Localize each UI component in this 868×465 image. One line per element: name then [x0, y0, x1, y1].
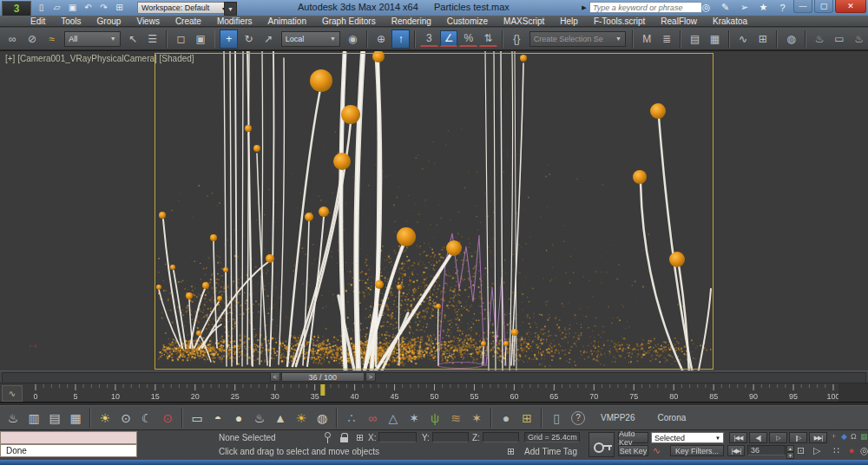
menu-realflow[interactable]: RealFlow — [653, 16, 705, 26]
disc-light-icon[interactable]: ◍ — [312, 409, 332, 428]
open-file-icon[interactable]: ▱ — [50, 1, 63, 14]
time-configuration-icon[interactable]: ⊡ — [797, 445, 805, 456]
next-frame-button[interactable]: > — [365, 372, 376, 382]
help-menu-icon[interactable]: ? — [776, 1, 789, 14]
use-pivot-center-icon[interactable]: ◉ — [344, 29, 362, 49]
rock-icon[interactable]: ✶ — [404, 409, 424, 428]
save-file-icon[interactable]: ▣ — [66, 1, 79, 14]
camera-icon[interactable]: ⊙ — [116, 409, 135, 428]
zoom-region-icon[interactable]: ◎ — [860, 445, 868, 456]
search-arrow-icon[interactable]: ▶ — [580, 3, 589, 13]
align-icon[interactable]: ≣ — [658, 29, 676, 49]
unlink-selection-icon[interactable]: ⊘ — [23, 29, 42, 49]
render-setup-icon[interactable]: ♨ — [811, 29, 829, 49]
curve-editor-icon[interactable]: ∿ — [734, 29, 753, 49]
percent-snap-icon[interactable]: % — [459, 30, 477, 47]
viewport-label[interactable]: [+] [Camera001_VRayPhysicalCamera] [Shad… — [5, 54, 194, 63]
menu-animation[interactable]: Animation — [260, 16, 313, 26]
sun-icon[interactable]: ☀ — [292, 409, 311, 428]
moon-light-icon[interactable]: ☾ — [137, 409, 156, 428]
default-tangent-icon[interactable]: ∿ — [653, 445, 661, 456]
workspace-dropdown[interactable]: Workspace: Default▾ — [137, 2, 229, 14]
molecule-icon[interactable]: ∞ — [363, 409, 382, 428]
menu-krakatoa[interactable]: Krakatoa — [705, 16, 755, 26]
select-and-rotate-icon[interactable]: ↻ — [240, 29, 258, 49]
material-editor-icon[interactable]: ◍ — [782, 29, 800, 49]
scatter-icon[interactable]: ∴ — [342, 409, 361, 428]
rectangular-selection-icon[interactable]: ◻ — [172, 29, 190, 49]
search-input[interactable] — [589, 2, 702, 13]
new-file-icon[interactable]: ▯ — [35, 1, 48, 14]
teapot-wire-icon[interactable]: ♨ — [250, 409, 269, 428]
vray-sphere-icon[interactable]: ● — [496, 409, 516, 428]
angle-snap-icon[interactable]: ∠ — [440, 30, 458, 47]
auto-key-button[interactable]: Auto Key — [618, 432, 648, 443]
play-forward-icon[interactable]: ||▷ — [789, 432, 807, 443]
vray-camera-icon[interactable]: ⊙ — [158, 409, 177, 428]
maxscript-mini-listener[interactable] — [0, 431, 137, 444]
absolute-offset-icon[interactable]: ⊞ — [356, 432, 364, 443]
mini-curve-editor-icon[interactable]: ∿ — [2, 385, 23, 402]
frame-ruler[interactable]: 0510152025303540455055606570758085909510… — [0, 383, 868, 403]
menu-modifiers[interactable]: Modifiers — [209, 16, 260, 26]
menu-tools[interactable]: Tools — [53, 16, 89, 26]
corona-button[interactable]: Corona — [647, 409, 696, 428]
light-lister-icon[interactable]: ▤ — [45, 409, 64, 428]
redo-icon[interactable]: ↷ — [97, 1, 110, 14]
selection-set-dropdown[interactable]: Selected▼ — [651, 432, 724, 443]
set-keys-button[interactable] — [589, 432, 615, 457]
layer-manager-icon[interactable]: ▤ — [686, 29, 704, 49]
go-to-end-icon[interactable]: ▶▶| — [809, 432, 827, 443]
menu-views[interactable]: Views — [128, 16, 168, 26]
plugin-headphones-icon[interactable]: Ω — [851, 432, 857, 441]
go-to-start-icon[interactable]: |◀◀ — [729, 432, 747, 443]
window-crossing-icon[interactable]: ▣ — [192, 29, 210, 49]
menu-f-tools-script[interactable]: F-Tools.script — [586, 16, 653, 26]
menu-customize[interactable]: Customize — [439, 16, 496, 26]
close-button[interactable]: ✕ — [835, 0, 866, 13]
hairball-icon[interactable]: ✶ — [467, 409, 486, 428]
named-selection-sets-dropdown[interactable]: Create Selection Se▼ — [529, 31, 626, 47]
plane-icon[interactable]: ▭ — [187, 409, 207, 428]
menu-create[interactable]: Create — [168, 16, 209, 26]
snaps-toggle-icon[interactable]: 3 — [420, 30, 438, 47]
select-and-scale-icon[interactable]: ↗ — [260, 29, 278, 49]
select-and-move-icon[interactable]: + — [220, 29, 238, 49]
send-feedback-icon[interactable]: ➢ — [738, 1, 751, 14]
time-tag-icon[interactable]: ⊞ — [507, 446, 515, 457]
current-frame-field[interactable]: 36 — [747, 445, 786, 455]
previous-frame-icon[interactable]: ◀|| — [749, 432, 767, 443]
key-filters-button[interactable]: Key Filters... — [670, 445, 724, 456]
workspace-arrow-icon[interactable]: ▼ — [224, 2, 237, 16]
mirror-icon[interactable]: M — [638, 29, 656, 49]
minimize-button[interactable]: — — [793, 0, 812, 13]
add-time-tag[interactable]: Add Time Tag — [524, 447, 577, 456]
light-bulb-icon[interactable]: ☀ — [95, 409, 115, 428]
selection-filter-dropdown[interactable]: All▼ — [64, 31, 120, 47]
undo-icon[interactable]: ↶ — [82, 1, 95, 14]
project-folder-icon[interactable]: ⊞ — [113, 1, 126, 14]
next-arrow-icon[interactable]: ▷ — [813, 445, 820, 456]
x-coordinate-field[interactable] — [378, 432, 417, 442]
battery-icon[interactable]: ▯ — [547, 409, 566, 428]
vmpp26-button[interactable]: VMPP26 — [590, 409, 645, 428]
render-window-icon[interactable]: ▥ — [24, 409, 43, 428]
grass-icon[interactable]: ψ — [425, 409, 444, 428]
maximize-button[interactable]: ▢ — [814, 0, 833, 13]
fur-icon[interactable]: ≋ — [446, 409, 465, 428]
footsteps-icon[interactable]: ∷ — [833, 445, 839, 456]
sphere-icon[interactable]: ● — [229, 409, 248, 428]
plugin-tripod-icon[interactable]: + — [832, 432, 836, 441]
dome-icon[interactable]: ◓ — [208, 409, 227, 428]
z-coordinate-field[interactable] — [483, 432, 519, 442]
keyboard-override-icon[interactable]: ↑ — [391, 29, 410, 49]
search-help-icon[interactable]: ◎ — [700, 1, 713, 14]
reference-coordinate-dropdown[interactable]: Local▼ — [281, 31, 340, 47]
select-and-manipulate-icon[interactable]: ⊕ — [372, 29, 391, 49]
select-object-icon[interactable]: ↖ — [124, 29, 142, 49]
favorites-star-icon[interactable]: ★ — [757, 1, 770, 14]
cone-icon[interactable]: ▲ — [271, 409, 290, 428]
app-logo-icon[interactable]: 3 — [2, 1, 31, 16]
wrench-icon[interactable]: ✎ — [719, 1, 732, 14]
render-production-icon[interactable]: ♨ — [850, 29, 868, 49]
